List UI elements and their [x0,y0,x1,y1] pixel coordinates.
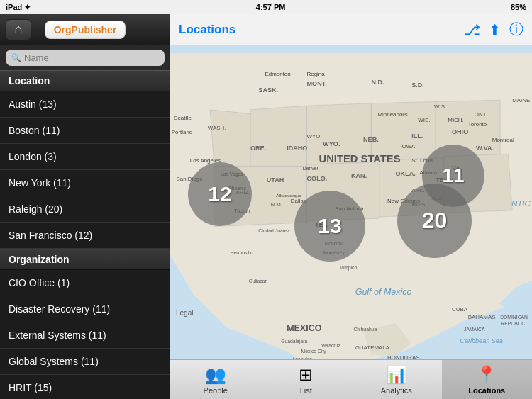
svg-text:ONT.: ONT. [475,111,487,118]
tab-bar: 👥 People ⊞ List 📊 Analytics 📍 Locations [170,359,532,399]
svg-text:CUBA: CUBA [452,306,468,313]
list-item[interactable]: San Francisco (12) [0,223,170,249]
svg-text:ILL.: ILL. [411,133,423,140]
status-ipad: iPad ✦ [6,3,31,12]
analytics-tab-icon: 📊 [386,365,407,385]
top-bar: Locations ⎇ ⬆ ⓘ [170,14,532,45]
svg-text:Acapulco: Acapulco [292,356,312,359]
analytics-tab-label: Analytics [381,386,412,395]
search-icon: 🔍 [11,53,21,62]
tab-locations[interactable]: 📍 Locations [442,360,533,399]
status-left: iPad ✦ [6,3,31,12]
status-right: 85% [511,3,526,11]
list-item[interactable]: Austin (13) [0,91,170,118]
svg-text:Mexico City: Mexico City [301,349,327,354]
sidebar-scroll[interactable]: Location Austin (13) Boston (11) London … [0,70,170,399]
sidebar: ⌂ OrgPublisher 🔍 Location Austin (13) Bo… [0,14,170,399]
svg-text:Regina: Regina [307,71,326,77]
list-item-disaster-recovery[interactable]: Disaster Recovery (11) [0,296,170,322]
list-item[interactable]: Boston (11) [0,118,170,144]
list-item[interactable]: HRIT (15) [0,375,170,399]
tab-list[interactable]: ⊞ List [261,360,352,399]
export-icon[interactable]: ⬆ [489,21,501,38]
svg-text:Hermosillo: Hermosillo [231,250,253,255]
svg-text:MAINE: MAINE [512,97,530,103]
svg-text:WIS.: WIS. [418,117,430,123]
search-input[interactable] [24,52,159,63]
location-section-header: Location [0,70,170,91]
svg-text:Culiacan: Culiacan [249,279,268,283]
svg-text:WIS.: WIS. [434,103,446,110]
svg-text:MEXICO: MEXICO [287,323,322,333]
svg-text:Edmonton: Edmonton [265,71,290,77]
svg-text:Tampico: Tampico [339,265,358,271]
list-item[interactable]: External Systems (11) [0,322,170,349]
map-bubble-12[interactable]: 12 [188,162,252,226]
svg-text:Veracruz: Veracruz [321,343,340,348]
right-content: Locations ⎇ ⬆ ⓘ [170,14,532,399]
svg-text:WASH.: WASH. [208,125,226,131]
locations-tab-label: Locations [468,386,505,395]
list-item[interactable]: Raleigh (20) [0,196,170,223]
search-wrapper[interactable]: 🔍 [6,50,165,66]
top-bar-icons: ⎇ ⬆ ⓘ [464,20,523,39]
svg-text:UTAH: UTAH [267,176,284,184]
svg-text:DOMINICAN: DOMINICAN [500,315,528,320]
people-tab-icon: 👥 [205,365,226,385]
info-icon[interactable]: ⓘ [509,20,523,39]
people-tab-label: People [204,386,228,395]
map-legal-text: Legal [176,309,193,317]
list-item[interactable]: New York (11) [0,170,170,196]
tab-people[interactable]: 👥 People [170,360,261,399]
tab-analytics[interactable]: 📊 Analytics [351,360,442,399]
list-item[interactable]: London (3) [0,144,170,170]
svg-text:Portland: Portland [172,129,193,135]
svg-text:W.VA.: W.VA. [476,145,494,152]
svg-text:COLO.: COLO. [307,175,328,182]
list-tab-icon: ⊞ [299,365,313,385]
svg-text:Gulf of Mexico: Gulf of Mexico [355,287,412,297]
svg-text:MICH.: MICH. [448,117,464,123]
svg-text:IDAHO: IDAHO [287,145,307,152]
svg-text:Albuquerque: Albuquerque [276,193,301,198]
svg-text:MONT.: MONT. [307,80,327,87]
svg-text:HONDURAS: HONDURAS [387,354,419,359]
status-time: 4:57 PM [256,3,286,11]
svg-text:N.M.: N.M. [270,201,282,208]
svg-text:REPUBLIC: REPUBLIC [501,321,525,326]
svg-text:NEB.: NEB. [363,136,379,143]
svg-text:Toronto: Toronto [468,121,487,128]
svg-text:GUATEMALA: GUATEMALA [355,344,390,351]
svg-text:Montreal: Montreal [492,137,514,143]
search-bar-container: 🔍 [0,45,170,70]
map-bubble-20[interactable]: 20 [397,184,472,258]
home-button[interactable]: ⌂ [6,19,31,40]
svg-text:BAHAMAS: BAHAMAS [468,314,496,320]
svg-text:S.D.: S.D. [411,82,424,89]
svg-text:OKLA.: OKLA. [395,170,415,177]
page-title: Locations [179,23,235,37]
share-network-icon[interactable]: ⎇ [464,21,480,38]
list-item[interactable]: CIO Office (1) [0,270,170,296]
svg-text:JAMAICA: JAMAICA [464,327,485,332]
status-bar: iPad ✦ 4:57 PM 85% [0,0,532,14]
organization-section-header: Organization [0,249,170,270]
svg-text:Minneapolis: Minneapolis [377,111,407,118]
org-publisher-button[interactable]: OrgPublisher [45,21,126,39]
map-area[interactable]: Gulf of Mexico ATLANTIC Seattle Portland… [170,45,532,359]
svg-text:Denver: Denver [303,166,319,171]
main-layout: ⌂ OrgPublisher 🔍 Location Austin (13) Bo… [0,14,532,399]
svg-text:UNITED STATES: UNITED STATES [319,153,401,164]
list-tab-label: List [300,386,312,395]
home-icon: ⌂ [15,22,23,37]
svg-text:WYO.: WYO. [307,133,322,140]
locations-tab-icon: 📍 [476,365,497,385]
svg-text:IOWA: IOWA [400,143,416,150]
svg-text:KAN.: KAN. [351,172,367,179]
sidebar-header: ⌂ OrgPublisher [0,14,170,45]
map-bubble-13[interactable]: 13 [294,191,365,262]
svg-text:Caribbean Sea: Caribbean Sea [460,337,503,344]
svg-text:N.D.: N.D. [371,79,384,86]
svg-text:WYO.: WYO. [323,140,340,147]
list-item[interactable]: Global Systems (11) [0,349,170,375]
